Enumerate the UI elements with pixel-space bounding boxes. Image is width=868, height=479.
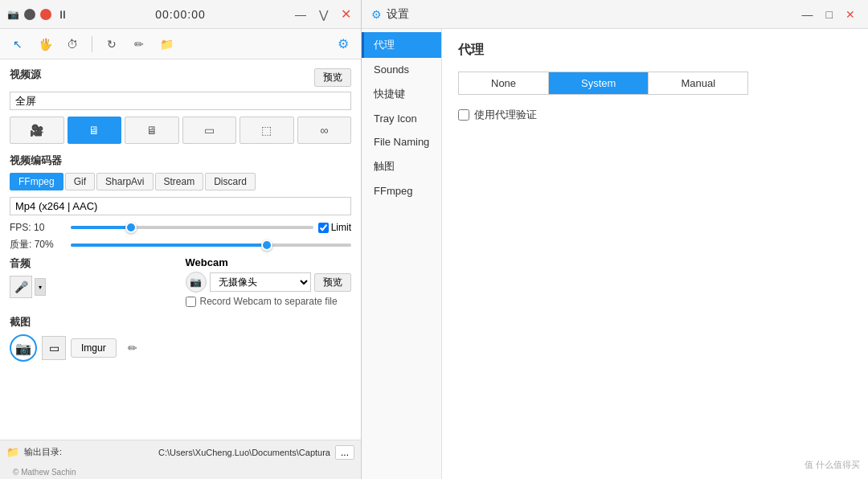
source-monitor-btn[interactable]: 🖥 (125, 117, 179, 144)
hand-tool[interactable]: 🖐 (34, 33, 56, 55)
source-camera-btn[interactable]: 🎥 (10, 117, 64, 144)
auth-row: 使用代理验证 (458, 108, 852, 122)
left-title-bar: 📷 ⏸ 00:00:00 — ⋁ ✕ (0, 0, 361, 29)
output-folder-icon: 📁 (6, 446, 19, 458)
enc-tab-sharpavi[interactable]: SharpAvi (96, 173, 153, 190)
screenshot-pencil-btn[interactable]: ✏ (121, 337, 144, 359)
audio-label: 音频 (10, 256, 176, 271)
sidebar-item-proxy[interactable]: 代理 (362, 32, 441, 58)
webcam-preview-button[interactable]: 预览 (314, 273, 351, 292)
settings-body: 代理 Sounds 快捷键 Tray Icon File Naming 触图 F… (362, 29, 868, 479)
video-source-header: 视频源 预览 (10, 68, 351, 87)
quality-thumb[interactable] (261, 240, 272, 251)
auth-label: 使用代理验证 (474, 108, 537, 122)
fps-limit-label: Limit (331, 222, 351, 233)
close-button[interactable]: ✕ (338, 5, 354, 23)
encoder-tabs: FFmpeg Gif SharpAvi Stream Discard (10, 173, 351, 190)
expand-button[interactable]: ⋁ (316, 6, 331, 23)
video-encoder-label: 视频编码器 (10, 154, 351, 168)
format-dropdown-row: Mp4 (x264 | AAC) (10, 197, 351, 215)
pen-tool[interactable]: ✏ (128, 33, 150, 55)
sidebar-item-shortcuts[interactable]: 快捷键 (362, 81, 441, 107)
quality-track[interactable] (71, 244, 351, 247)
camera-icon: 📷 (6, 8, 19, 21)
fps-fill (71, 226, 131, 229)
output-dots-button[interactable]: ... (335, 445, 354, 460)
screenshot-capture-btn[interactable]: 📷 (10, 334, 37, 362)
quality-slider-row: 质量: 70% (10, 238, 351, 252)
webcam-icon-btn[interactable]: 📷 (186, 272, 207, 293)
video-source-input[interactable] (10, 92, 351, 110)
format-dropdown[interactable]: Mp4 (x264 | AAC) (10, 197, 351, 215)
mic-dropdown-arrow[interactable]: ▾ (35, 278, 46, 296)
audio-webcam-section: 音频 🎤 ▾ Webcam 📷 无摄像头 预览 Record Webca (10, 256, 351, 307)
screenshot-clip-btn[interactable]: ▭ (42, 336, 66, 360)
source-window-btn[interactable]: ▭ (182, 117, 237, 144)
enc-tab-gif[interactable]: Gif (65, 173, 95, 190)
webcam-label: Webcam (186, 256, 352, 268)
settings-content: 代理 None System Manual 使用代理验证 (442, 29, 868, 479)
screenshot-label: 截图 (10, 315, 351, 330)
sidebar-item-tray[interactable]: Tray Icon (362, 107, 441, 130)
enc-tab-stream[interactable]: Stream (155, 173, 204, 190)
fps-limit-checkbox[interactable] (318, 223, 329, 233)
source-infinite-btn[interactable]: ∞ (297, 117, 352, 144)
fps-thumb[interactable] (125, 222, 137, 233)
fps-track[interactable] (71, 226, 313, 229)
auth-checkbox[interactable] (458, 109, 469, 121)
screenshot-buttons: 📷 ▭ Imgur ✏ (10, 334, 351, 362)
webcam-section: Webcam 📷 无摄像头 预览 Record Webcam to separa… (186, 256, 352, 307)
video-source-label: 视频源 (10, 68, 41, 82)
record-separate-label: Record Webcam to separate file (200, 296, 338, 307)
folder-tool[interactable]: 📁 (155, 33, 178, 55)
proxy-tab-system[interactable]: System (549, 72, 649, 94)
recording-time: 00:00:00 (76, 8, 285, 21)
gear-tool[interactable]: ⚙ (332, 33, 354, 55)
sidebar-item-naming[interactable]: File Naming (362, 130, 441, 154)
record-circle-icon (24, 9, 35, 20)
settings-maximize-btn[interactable]: □ (823, 6, 836, 23)
webcam-row: 📷 无摄像头 预览 (186, 272, 352, 293)
proxy-tab-none[interactable]: None (459, 72, 549, 94)
sidebar-item-screenshot[interactable]: 触图 (362, 154, 441, 179)
output-path-value: C:\Users\XuCheng.Luo\Documents\Captura (158, 448, 330, 457)
refresh-tool[interactable]: ↻ (100, 33, 123, 55)
quality-fill (71, 244, 267, 247)
video-preview-button[interactable]: 预览 (314, 68, 351, 87)
fps-slider-row: FPS: 10 Limit (10, 222, 351, 233)
settings-title: 设置 (387, 7, 799, 22)
output-path-label: 输出目录: (24, 446, 154, 458)
quality-label: 质量: 70% (10, 238, 66, 252)
mic-button[interactable]: 🎤 (10, 276, 32, 298)
minimize-button[interactable]: — (292, 6, 309, 23)
enc-tab-ffmpeg[interactable]: FFmpeg (10, 173, 63, 190)
title-bar-controls: — ⋁ ✕ (292, 5, 354, 23)
source-region-btn[interactable]: ⬚ (240, 117, 294, 144)
fps-label: FPS: 10 (10, 222, 66, 233)
settings-title-bar: ⚙ 设置 — □ ✕ (362, 0, 868, 29)
cursor-tool[interactable]: ↖ (6, 33, 29, 55)
pause-icon[interactable]: ⏸ (56, 8, 69, 21)
imgur-button[interactable]: Imgur (71, 338, 117, 358)
screenshot-section: 截图 📷 ▭ Imgur ✏ (10, 315, 351, 362)
copyright-bar: © Mathew Sachin (0, 464, 361, 479)
copyright-text: © Mathew Sachin (6, 468, 76, 477)
toolbar-row: ↖ 🖐 ⏱ ↻ ✏ 📁 ⚙ (0, 29, 361, 59)
settings-minimize-btn[interactable]: — (799, 6, 817, 23)
source-screen-btn[interactable]: 🖥 (68, 117, 122, 144)
webcam-dropdown[interactable]: 无摄像头 (210, 272, 312, 292)
settings-sidebar: 代理 Sounds 快捷键 Tray Icon File Naming 触图 F… (362, 29, 442, 479)
timer-tool[interactable]: ⏱ (61, 33, 84, 55)
settings-close-btn[interactable]: ✕ (842, 6, 858, 23)
source-types-row: 🎥 🖥 🖥 ▭ ⬚ ∞ (10, 117, 351, 144)
left-panel: 📷 ⏸ 00:00:00 — ⋁ ✕ ↖ 🖐 ⏱ ↻ ✏ 📁 ⚙ 视频源 预览 (0, 0, 362, 479)
record-separate-checkbox[interactable] (186, 297, 196, 307)
proxy-tab-manual[interactable]: Manual (649, 72, 747, 94)
sidebar-item-ffmpeg[interactable]: FFmpeg (362, 179, 441, 203)
sidebar-item-sounds[interactable]: Sounds (362, 58, 441, 81)
title-bar-icons: 📷 ⏸ (6, 8, 69, 21)
fps-limit-check: Limit (318, 222, 351, 233)
proxy-tabs: None System Manual (458, 72, 748, 95)
enc-tab-discard[interactable]: Discard (205, 173, 256, 190)
watermark: 值 什么值得买 (805, 459, 860, 471)
